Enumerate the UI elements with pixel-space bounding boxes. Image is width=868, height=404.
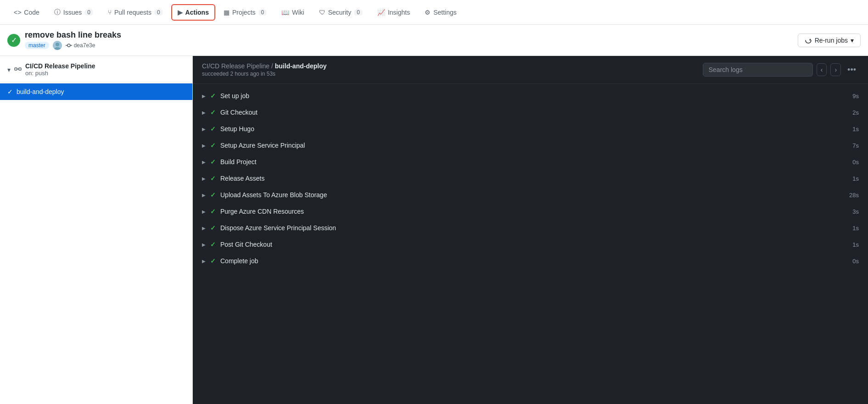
avatar — [53, 41, 62, 50]
step-expand-arrow: ▶ — [202, 127, 206, 132]
workflow-info: remove bash line breaks master dea7e3e — [25, 30, 121, 50]
log-more-button[interactable]: ••• — [845, 64, 859, 76]
step-name: Dispose Azure Service Principal Session — [220, 224, 336, 232]
step-duration: 1s — [852, 225, 859, 232]
wiki-icon: 📖 — [281, 9, 289, 16]
pull-requests-badge: 0 — [154, 9, 163, 16]
code-icon: <> — [14, 9, 21, 16]
step-success-icon: ✓ — [210, 142, 216, 149]
nav-item-code[interactable]: <> Code — [7, 4, 46, 21]
sidebar-job-item[interactable]: ✓ build-and-deploy — [0, 83, 192, 100]
step-duration: 1s — [852, 126, 859, 133]
step-name: Complete job — [220, 257, 258, 265]
log-step-left: ▶ ✓ Setup Azure Service Principal — [202, 142, 305, 149]
svg-rect-6 — [15, 68, 17, 70]
nav-item-projects[interactable]: ▦ Projects 0 — [217, 4, 273, 21]
log-controls: ‹ › ••• — [703, 63, 859, 77]
workflow-header: ✓ remove bash line breaks master dea7e3e… — [0, 25, 868, 56]
nav-item-security[interactable]: 🛡 Security 0 — [313, 4, 369, 21]
step-duration: 0s — [852, 159, 859, 166]
log-step[interactable]: ▶ ✓ Upload Assets To Azure Blob Storage … — [193, 187, 868, 203]
step-expand-arrow: ▶ — [202, 176, 206, 181]
log-step[interactable]: ▶ ✓ Setup Azure Service Principal 7s — [193, 137, 868, 154]
step-duration: 9s — [852, 93, 859, 100]
top-nav: <> Code ⓘ Issues 0 ⑂ Pull requests 0 ▶ A… — [0, 0, 868, 25]
step-name: Build Project — [220, 158, 257, 166]
step-name: Release Assets — [220, 175, 265, 182]
log-steps-list: ▶ ✓ Set up job 9s ▶ ✓ Git Checkout 2s ▶ … — [193, 84, 868, 404]
workflow-title-section: ✓ remove bash line breaks master dea7e3e — [7, 30, 121, 50]
log-next-button[interactable]: › — [830, 63, 841, 76]
settings-icon: ⚙ — [425, 9, 431, 16]
log-step-left: ▶ ✓ Setup Hugo — [202, 125, 254, 133]
issues-icon: ⓘ — [54, 8, 61, 17]
log-step[interactable]: ▶ ✓ Setup Hugo 1s — [193, 121, 868, 137]
step-name: Git Checkout — [220, 109, 258, 116]
workflow-node-icon — [14, 66, 22, 73]
branch-badge: master — [25, 42, 49, 49]
step-expand-arrow: ▶ — [202, 94, 206, 99]
step-duration: 1s — [852, 175, 859, 182]
log-step[interactable]: ▶ ✓ Git Checkout 2s — [193, 104, 868, 121]
step-success-icon: ✓ — [210, 241, 216, 248]
step-success-icon: ✓ — [210, 92, 216, 100]
step-expand-arrow: ▶ — [202, 160, 206, 165]
nav-item-issues[interactable]: ⓘ Issues 0 — [48, 4, 100, 21]
nav-item-insights[interactable]: 📈 Insights — [371, 4, 416, 21]
step-expand-arrow: ▶ — [202, 259, 206, 264]
log-step-left: ▶ ✓ Release Assets — [202, 175, 265, 182]
log-prev-button[interactable]: ‹ — [817, 63, 827, 76]
log-step[interactable]: ▶ ✓ Post Git Checkout 1s — [193, 236, 868, 253]
step-duration: 7s — [852, 142, 859, 149]
log-step[interactable]: ▶ ✓ Purge Azure CDN Resources 3s — [193, 203, 868, 220]
search-logs-input[interactable] — [703, 63, 813, 77]
workflow-meta: master dea7e3e — [25, 41, 121, 50]
step-expand-arrow: ▶ — [202, 242, 206, 247]
step-expand-arrow: ▶ — [202, 143, 206, 148]
commit-hash: dea7e3e — [66, 42, 95, 49]
svg-rect-7 — [19, 68, 21, 70]
job-check-icon: ✓ — [7, 88, 13, 95]
actions-icon: ▶ — [178, 9, 183, 16]
log-step-left: ▶ ✓ Post Git Checkout — [202, 241, 272, 248]
step-name: Purge Azure CDN Resources — [220, 208, 304, 215]
log-step-left: ▶ ✓ Git Checkout — [202, 109, 258, 116]
projects-badge: 0 — [258, 9, 267, 16]
log-header: CI/CD Release Pipeline / build-and-deplo… — [193, 56, 868, 84]
log-panel: CI/CD Release Pipeline / build-and-deplo… — [193, 56, 868, 404]
arrow-expand-icon: ▾ — [7, 66, 11, 73]
nav-item-actions[interactable]: ▶ Actions — [171, 4, 215, 21]
log-step-left: ▶ ✓ Dispose Azure Service Principal Sess… — [202, 224, 336, 232]
workflow-title: remove bash line breaks — [25, 30, 121, 40]
step-expand-arrow: ▶ — [202, 209, 206, 214]
projects-icon: ▦ — [224, 9, 230, 16]
log-step[interactable]: ▶ ✓ Release Assets 1s — [193, 170, 868, 187]
status-success-icon: ✓ — [7, 34, 20, 47]
nav-item-wiki[interactable]: 📖 Wiki — [275, 4, 310, 21]
pull-requests-icon: ⑂ — [108, 9, 112, 16]
log-step[interactable]: ▶ ✓ Set up job 9s — [193, 88, 868, 104]
sidebar-workflow: ▾ CI/CD Release Pipeline on: push — [0, 56, 192, 83]
nav-item-pull-requests[interactable]: ⑂ Pull requests 0 — [101, 4, 169, 21]
log-title-section: CI/CD Release Pipeline / build-and-deplo… — [202, 62, 327, 77]
log-step[interactable]: ▶ ✓ Dispose Azure Service Principal Sess… — [193, 220, 868, 236]
job-name: build-and-deploy — [17, 88, 64, 95]
step-success-icon: ✓ — [210, 125, 216, 133]
pipeline-trigger: on: push — [25, 70, 95, 77]
log-subtitle: succeeded 2 hours ago in 53s — [202, 71, 327, 77]
step-expand-arrow: ▶ — [202, 226, 206, 231]
step-duration: 0s — [852, 258, 859, 265]
step-success-icon: ✓ — [210, 109, 216, 116]
log-step[interactable]: ▶ ✓ Build Project 0s — [193, 154, 868, 170]
security-badge: 0 — [354, 9, 363, 16]
nav-item-settings[interactable]: ⚙ Settings — [418, 4, 463, 21]
log-breadcrumb: CI/CD Release Pipeline / build-and-deplo… — [202, 62, 327, 70]
insights-icon: 📈 — [377, 9, 385, 16]
log-step-left: ▶ ✓ Complete job — [202, 257, 258, 265]
step-duration: 2s — [852, 109, 859, 116]
log-step[interactable]: ▶ ✓ Complete job 0s — [193, 253, 868, 269]
security-icon: 🛡 — [319, 9, 325, 16]
rerun-jobs-button[interactable]: Re-run jobs ▾ — [798, 33, 861, 47]
step-success-icon: ✓ — [210, 175, 216, 182]
pipeline-name: CI/CD Release Pipeline — [25, 62, 95, 70]
